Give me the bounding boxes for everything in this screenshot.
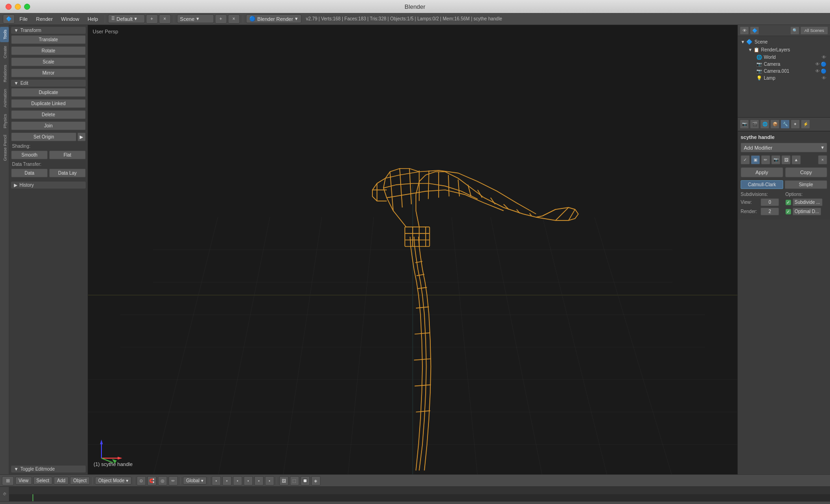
scene-tab[interactable]: 🔷 (750, 26, 759, 35)
layout-dropdown[interactable]: ⠿ Default ▾ (108, 14, 145, 23)
add-btn[interactable]: Add (54, 477, 69, 485)
object-btn[interactable]: Object (70, 477, 90, 485)
catmull-clark-tab[interactable]: Catmull-Clark (741, 180, 783, 189)
set-origin-button[interactable]: Set Origin (11, 132, 76, 141)
transform-header[interactable]: ▼ Transform (11, 27, 86, 34)
pivot-icon[interactable]: ⊙ (137, 476, 146, 485)
scenes-dropdown[interactable]: All Scenes (800, 26, 828, 35)
world-eye[interactable]: 👁 (822, 55, 826, 60)
set-origin-arrow[interactable]: ▶ (77, 132, 86, 141)
close-button[interactable] (6, 4, 12, 10)
duplicate-button[interactable]: Duplicate (11, 88, 86, 97)
mod-expand-icon[interactable]: ▲ (792, 155, 801, 164)
smooth-button[interactable]: Smooth (11, 151, 48, 159)
data-lay-button[interactable]: Data Lay (49, 169, 86, 177)
search-btn[interactable]: 🔍 (790, 26, 799, 35)
flat-button[interactable]: Flat (49, 151, 86, 159)
blender-icon[interactable]: 🔷 (3, 14, 15, 24)
mode-dropdown[interactable]: Object Mode ▾ (95, 477, 132, 485)
menu-help[interactable]: Help (84, 15, 102, 23)
scene-minus[interactable]: × (228, 14, 240, 24)
mirror-button[interactable]: Mirror (11, 69, 86, 77)
vtab-relations[interactable]: Relations (0, 62, 9, 85)
join-button[interactable]: Join (11, 121, 86, 130)
props-particles-tab[interactable]: ✦ (791, 120, 800, 129)
vtab-tools[interactable]: Tools (0, 27, 9, 42)
optimal-btn[interactable]: Optimal D... (792, 208, 822, 215)
sculpt-icon[interactable]: ✏ (169, 476, 178, 485)
subdivide-btn[interactable]: Subdivide ... (792, 198, 823, 206)
simple-tab[interactable]: Simple (785, 180, 827, 189)
translate-button[interactable]: Translate (11, 35, 86, 44)
world-item[interactable]: 🌐 World 👁 (740, 54, 828, 61)
layer4-icon[interactable]: ▪ (244, 476, 253, 485)
props-render-tab[interactable]: 📷 (740, 120, 749, 129)
select-btn[interactable]: Select (33, 477, 53, 485)
render-preview-icon[interactable]: 🖼 (279, 476, 289, 485)
lamp-item[interactable]: 💡 Lamp 👁 (740, 75, 828, 82)
layer2-icon[interactable]: ▪ (222, 476, 232, 485)
layer6-icon[interactable]: ▪ (265, 476, 274, 485)
view-value[interactable]: 0 (761, 198, 779, 206)
menu-window[interactable]: Window (57, 15, 83, 23)
optimal-checkbox[interactable]: ✓ (786, 209, 791, 214)
copy-button[interactable]: Copy (785, 167, 828, 177)
menu-file[interactable]: File (16, 15, 31, 23)
apply-button[interactable]: Apply (741, 167, 783, 177)
menu-render[interactable]: Render (32, 15, 57, 23)
viewport-shade-icon[interactable]: ⬚ (290, 476, 299, 485)
rotate-button[interactable]: Rotate (11, 46, 86, 55)
layout-close[interactable]: × (159, 14, 171, 24)
timeline-content[interactable] (9, 487, 830, 501)
orientation-dropdown[interactable]: Global ▾ (183, 477, 207, 485)
layer1-icon[interactable]: ▪ (212, 476, 221, 485)
props-world-tab[interactable]: 🌐 (760, 120, 769, 129)
camera-item[interactable]: 📷 Camera 👁 🔵 (740, 61, 828, 68)
camera001-render[interactable]: 🔵 (821, 69, 826, 74)
edit-header[interactable]: ▼ Edit (11, 80, 86, 87)
scale-button[interactable]: Scale (11, 57, 86, 66)
history-header[interactable]: ▶ History (11, 182, 86, 189)
proportional-icon[interactable]: ◎ (158, 476, 167, 485)
camera-eye[interactable]: 👁 (815, 62, 820, 67)
texture-icon[interactable]: 🔲 (301, 476, 310, 485)
props-scene-tab[interactable]: 🎬 (750, 120, 759, 129)
maximize-button[interactable] (24, 4, 30, 10)
props-modifier-tab[interactable]: 🔧 (780, 120, 790, 129)
mod-camera-icon[interactable]: 📷 (771, 155, 780, 164)
props-object-tab[interactable]: 📦 (770, 120, 780, 129)
layer3-icon[interactable]: ▪ (233, 476, 242, 485)
mod-render-icon[interactable]: 🖼 (781, 155, 791, 164)
layer5-icon[interactable]: ▪ (254, 476, 264, 485)
render-value[interactable]: 2 (761, 208, 779, 215)
mod-close-icon[interactable]: × (818, 155, 827, 164)
mod-subsurf-icon[interactable]: ▣ (751, 155, 760, 164)
add-modifier-selector[interactable]: Add Modifier ▾ (741, 143, 827, 152)
snap-icon[interactable]: 🧲 (147, 476, 157, 485)
vtab-physics[interactable]: Physics (0, 111, 9, 131)
camera001-item[interactable]: 📷 Camera.001 👁 🔵 (740, 68, 828, 75)
delete-button[interactable]: Delete (11, 110, 86, 119)
toggle-editmode-header[interactable]: ▼ Toggle Editmode (11, 466, 86, 472)
mod-enabled-icon[interactable]: ✓ (741, 155, 750, 164)
scene-dropdown[interactable]: Scene ▾ (177, 14, 214, 23)
scene-plus[interactable]: + (215, 14, 227, 24)
lamp-eye[interactable]: 👁 (822, 76, 826, 81)
scene-item[interactable]: ▾ 🔷 Scene (740, 38, 828, 46)
viewport-icon-btn[interactable]: ⊞ (2, 476, 14, 485)
props-physics-tab[interactable]: ⚡ (801, 120, 810, 129)
minimize-button[interactable] (15, 4, 21, 10)
vtab-grease-pencil[interactable]: Grease Pencil (0, 132, 9, 164)
subdivide-checkbox[interactable]: ✓ (786, 200, 791, 205)
view-btn[interactable]: View (15, 477, 32, 485)
engine-dropdown[interactable]: 🔵 Blender Render ▾ (246, 14, 302, 23)
mod-edit-icon[interactable]: ✏ (761, 155, 770, 164)
vtab-animation[interactable]: Animation (0, 86, 9, 110)
viewport-3d[interactable]: User Persp (88, 25, 737, 474)
camera001-eye[interactable]: 👁 (815, 69, 820, 74)
camera-render[interactable]: 🔵 (821, 62, 826, 67)
data-button[interactable]: Data (11, 169, 48, 177)
vtab-create[interactable]: Create (0, 43, 9, 61)
render-layers-item[interactable]: ▾ 📋 RenderLayers (740, 46, 828, 54)
duplicate-linked-button[interactable]: Duplicate Linked (11, 99, 86, 108)
